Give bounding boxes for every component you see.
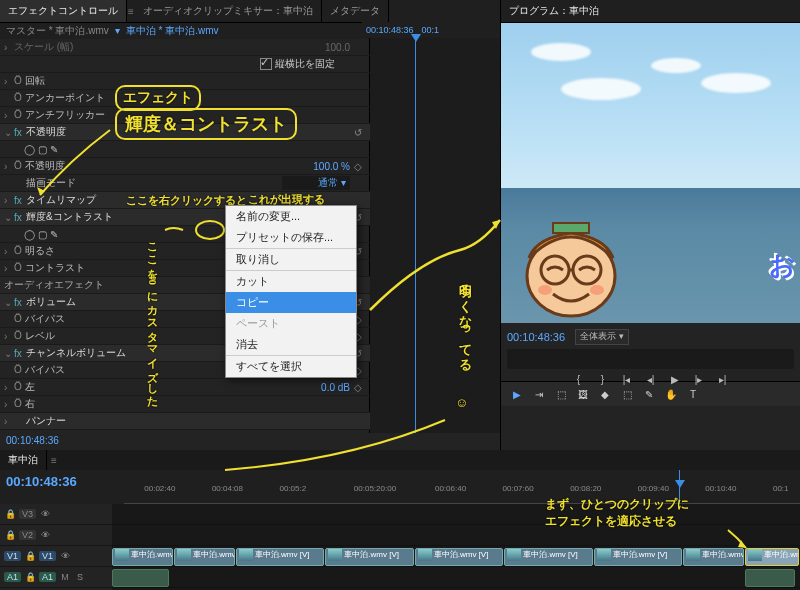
program-monitor-panel: プログラム：車中泊 お 00:10:48:36 全体表示 ▾ { } |◂ ◂|	[501, 0, 800, 450]
track-v2[interactable]: V2	[19, 530, 36, 540]
effect-controls-panel: エフェクトコントロール ≡ オーディオクリップミキサー：車中泊 メタデータ マス…	[0, 0, 501, 450]
svg-rect-1	[553, 223, 589, 233]
panel-timecode[interactable]: 00:10:48:36	[6, 435, 59, 446]
context-menu: 名前の変更... プリセットの保存... 取り消し カット コピー ペースト 消…	[225, 205, 357, 378]
goto-in-button[interactable]: |◂	[618, 371, 636, 387]
ctx-rename[interactable]: 名前の変更...	[226, 206, 356, 227]
transport-controls: 00:10:48:36 全体表示 ▾ { } |◂ ◂| ▶ |▸ ▸|	[501, 323, 800, 381]
pen-tool-icon[interactable]: ✎	[641, 386, 657, 402]
svg-point-5	[538, 285, 552, 295]
keyframe-timecode: 00:10:48:36 00:1	[362, 22, 500, 38]
marker-icon[interactable]: ◆	[597, 386, 613, 402]
goto-out-button[interactable]: ▸|	[714, 371, 732, 387]
track-lanes[interactable]: 車中泊.wmv [V] 車中泊.wmv [V] 車中泊.wmv [V] 車中泊.…	[112, 504, 800, 590]
eye-icon[interactable]: 👁	[39, 508, 51, 520]
audio-clip[interactable]	[112, 569, 169, 587]
clip-name: 車中泊 * 車中泊.wmv	[126, 23, 219, 39]
panel-tabs: エフェクトコントロール ≡ オーディオクリップミキサー：車中泊 メタデータ	[0, 0, 500, 23]
video-clip[interactable]: 車中泊.wmv [V]	[174, 548, 235, 566]
play-button[interactable]: ▶	[666, 371, 684, 387]
overwrite-icon[interactable]: ⬚	[553, 386, 569, 402]
timeline-timecode[interactable]: 00:10:48:36	[0, 470, 124, 504]
video-clip-selected[interactable]: 車中泊.wmv [V]	[745, 548, 799, 566]
fx-opacity[interactable]: 不透明度	[26, 125, 350, 139]
aspect-lock-checkbox[interactable]	[260, 58, 272, 70]
program-tab[interactable]: プログラム：車中泊	[501, 0, 607, 22]
video-clip[interactable]: 車中泊.wmv [V]	[325, 548, 414, 566]
tab-effect-controls[interactable]: エフェクトコントロール	[0, 0, 127, 22]
solo-button[interactable]: S	[74, 571, 86, 583]
type-tool-icon[interactable]: T	[685, 386, 701, 402]
ctx-undo[interactable]: 取り消し	[226, 248, 356, 270]
ctx-copy[interactable]: コピー	[226, 292, 356, 313]
time-ruler[interactable]: 00:02:40 00:04:08 00:05:2 00:05:20:00 00…	[124, 470, 800, 504]
insert-icon[interactable]: ⇥	[531, 386, 547, 402]
ctx-select-all[interactable]: すべてを選択	[226, 355, 356, 377]
export-frame-icon[interactable]: 🖼	[575, 386, 591, 402]
video-clip[interactable]: 車中泊.wmv [V]	[112, 548, 173, 566]
blend-mode-select[interactable]: 通常 ▾	[282, 176, 350, 190]
tc-keyframe: 00:10:48:36	[366, 25, 414, 35]
character-overlay	[511, 198, 631, 318]
zoom-select[interactable]: 全体表示 ▾	[575, 329, 629, 345]
step-fwd-button[interactable]: |▸	[690, 371, 708, 387]
crop-icon[interactable]: ⬚	[619, 386, 635, 402]
hand-tool-icon[interactable]: ✋	[663, 386, 679, 402]
video-clip[interactable]: 車中泊.wmv [V]	[504, 548, 593, 566]
master-label: マスター * 車中泊.wmv	[6, 23, 109, 39]
tab-metadata[interactable]: メタデータ	[322, 0, 389, 22]
panel-menu-icon[interactable]: ≡	[127, 6, 135, 17]
lock-icon[interactable]: 🔒	[4, 508, 16, 520]
sequence-tab[interactable]: 車中泊	[0, 450, 47, 470]
track-a1[interactable]: A1	[39, 572, 56, 582]
overlay-text: お	[769, 248, 796, 283]
track-headers: 🔒V3👁 🔒V2👁 V1🔒V1👁 A1🔒A1MS	[0, 504, 112, 590]
mark-in-button[interactable]: {	[570, 371, 588, 387]
mute-button[interactable]: M	[59, 571, 71, 583]
video-clip[interactable]: 車中泊.wmv [V]	[594, 548, 683, 566]
program-monitor[interactable]: お	[501, 23, 800, 323]
mark-out-button[interactable]: }	[594, 371, 612, 387]
ctx-clear[interactable]: 消去	[226, 334, 356, 355]
ctx-save-preset[interactable]: プリセットの保存...	[226, 227, 356, 248]
video-clip[interactable]: 車中泊.wmv [V]	[683, 548, 744, 566]
keyframe-area[interactable]	[369, 38, 500, 433]
track-v3[interactable]: V3	[19, 509, 36, 519]
playhead-icon[interactable]	[415, 38, 416, 433]
step-back-button[interactable]: ◂|	[642, 371, 660, 387]
audio-track-a1	[112, 567, 800, 588]
tab-audio-mixer[interactable]: オーディオクリップミキサー：車中泊	[135, 0, 322, 22]
video-track-v1: 車中泊.wmv [V] 車中泊.wmv [V] 車中泊.wmv [V] 車中泊.…	[112, 546, 800, 567]
ctx-paste[interactable]: ペースト	[226, 313, 356, 334]
timeline-panel: 車中泊≡ 00:10:48:36 00:02:40 00:04:08 00:05…	[0, 450, 800, 590]
fx-panner[interactable]: パンナー	[26, 414, 366, 428]
ctx-cut[interactable]: カット	[226, 270, 356, 292]
video-clip[interactable]: 車中泊.wmv [V]	[236, 548, 325, 566]
video-clip[interactable]: 車中泊.wmv [V]	[415, 548, 504, 566]
selection-tool-icon[interactable]: ▶	[509, 386, 525, 402]
program-timecode[interactable]: 00:10:48:36	[507, 331, 565, 343]
track-v1[interactable]: V1	[39, 551, 56, 561]
svg-point-6	[590, 285, 604, 295]
audio-clip[interactable]	[745, 569, 795, 587]
